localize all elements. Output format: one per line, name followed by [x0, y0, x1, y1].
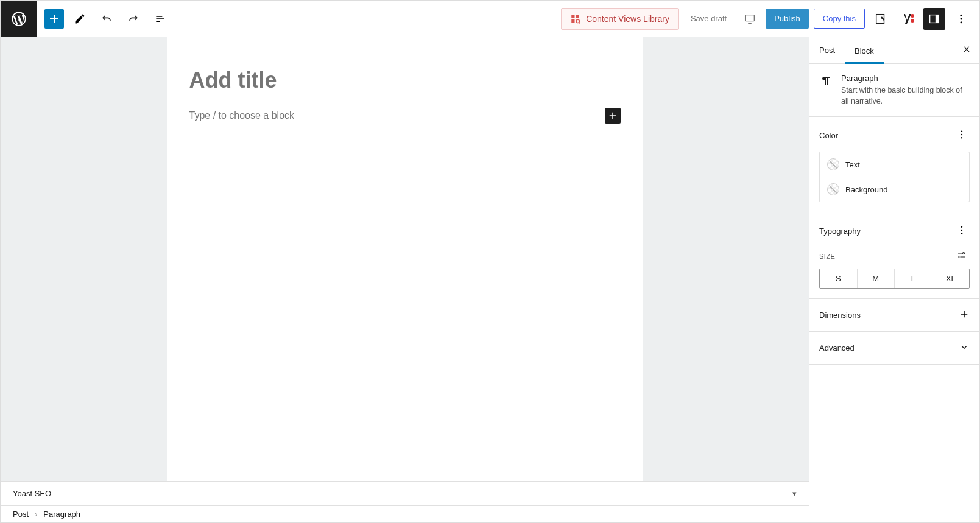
- size-s-button[interactable]: S: [820, 269, 857, 288]
- paragraph-block-placeholder[interactable]: Type / to choose a block: [189, 110, 605, 121]
- more-vertical-icon: [956, 129, 967, 140]
- svg-point-3: [576, 19, 579, 23]
- settings-sidebar-toggle[interactable]: [923, 8, 945, 30]
- preview-button[interactable]: [739, 8, 761, 30]
- svg-point-16: [961, 134, 962, 135]
- color-panel-options[interactable]: [954, 127, 970, 144]
- copy-this-button[interactable]: Copy this: [814, 9, 865, 29]
- grid-search-icon: [570, 13, 581, 24]
- redo-icon: [127, 13, 139, 25]
- svg-point-20: [961, 233, 962, 234]
- more-options-button[interactable]: [950, 8, 972, 30]
- plus-icon: [959, 309, 970, 320]
- color-panel: Color Text Background: [809, 117, 979, 212]
- inline-add-block-button[interactable]: [605, 108, 621, 124]
- dimensions-heading: Dimensions: [819, 311, 861, 320]
- breadcrumb-current[interactable]: Paragraph: [43, 510, 80, 519]
- block-title: Paragraph: [841, 74, 970, 83]
- advanced-panel-toggle[interactable]: Advanced: [809, 332, 979, 365]
- yoast-seo-label: Yoast SEO: [13, 489, 51, 498]
- content-views-library-button[interactable]: Content Views Library: [561, 8, 679, 30]
- block-breadcrumb: Post › Paragraph: [1, 505, 809, 522]
- redo-button[interactable]: [122, 8, 144, 30]
- editor-canvas-wrap: Type / to choose a block: [1, 37, 809, 481]
- edit-mode-button[interactable]: [69, 8, 91, 30]
- yoast-button[interactable]: [897, 8, 918, 30]
- settings-sidebar: Post Block Paragraph Start with the basi…: [809, 37, 979, 522]
- advanced-expand-button[interactable]: [959, 342, 970, 354]
- yoast-seo-panel-toggle[interactable]: Yoast SEO ▾: [1, 481, 809, 505]
- post-title-input[interactable]: [189, 68, 621, 93]
- size-xl-button[interactable]: XL: [932, 269, 970, 288]
- svg-line-4: [579, 23, 580, 24]
- undo-icon: [100, 13, 113, 25]
- sliders-icon: [956, 250, 967, 261]
- block-description-panel: Paragraph Start with the basic building …: [809, 64, 979, 117]
- pencil-icon: [74, 13, 86, 25]
- chevron-down-icon: ▾: [792, 489, 797, 498]
- chevron-down-icon: [959, 342, 970, 353]
- size-l-button[interactable]: L: [894, 269, 932, 288]
- tab-post[interactable]: Post: [809, 37, 845, 63]
- size-m-button[interactable]: M: [857, 269, 895, 288]
- background-color-swatch: [827, 183, 839, 195]
- breadcrumb-root[interactable]: Post: [13, 510, 29, 519]
- font-size-group: S M L XL: [819, 269, 970, 289]
- more-vertical-icon: [956, 225, 967, 236]
- svg-point-19: [961, 230, 962, 231]
- list-view-icon: [154, 13, 166, 25]
- plus-icon: [47, 12, 62, 26]
- sidebar-icon: [928, 12, 941, 26]
- svg-point-13: [961, 18, 962, 19]
- color-text-button[interactable]: Text: [820, 152, 969, 177]
- typography-heading: Typography: [819, 226, 861, 236]
- svg-rect-5: [746, 15, 755, 21]
- close-sidebar-button[interactable]: [954, 39, 979, 62]
- edit-page-icon: [874, 12, 887, 26]
- svg-rect-2: [571, 19, 574, 22]
- block-description: Start with the basic building block of a…: [841, 85, 970, 107]
- color-background-button[interactable]: Background: [820, 177, 969, 202]
- editor-canvas: Type / to choose a block: [167, 37, 643, 481]
- dimensions-add-button[interactable]: [959, 309, 970, 321]
- size-custom-toggle[interactable]: [954, 247, 970, 265]
- chevron-right-icon: ›: [35, 510, 37, 519]
- advanced-heading: Advanced: [819, 343, 855, 353]
- svg-point-14: [961, 21, 962, 23]
- undo-button[interactable]: [96, 8, 118, 30]
- color-text-label: Text: [845, 160, 860, 169]
- editor-tool-button[interactable]: [870, 8, 892, 30]
- tab-block[interactable]: Block: [845, 38, 884, 64]
- publish-button[interactable]: Publish: [766, 9, 809, 29]
- wordpress-logo[interactable]: [1, 1, 37, 37]
- color-heading: Color: [819, 131, 838, 140]
- svg-point-9: [911, 19, 914, 23]
- text-color-swatch: [827, 158, 839, 170]
- add-block-button[interactable]: [44, 9, 64, 29]
- svg-rect-11: [936, 15, 939, 23]
- svg-rect-0: [571, 15, 574, 18]
- yoast-icon: [900, 12, 915, 26]
- typography-panel: Typography SIZE S M L XL: [809, 212, 979, 299]
- wordpress-icon: [10, 10, 27, 27]
- svg-point-18: [961, 226, 962, 228]
- close-icon: [962, 45, 971, 54]
- paragraph-icon: [819, 74, 834, 88]
- top-toolbar: Content Views Library Save draft Publish…: [1, 1, 979, 37]
- svg-point-15: [961, 131, 962, 132]
- document-overview-button[interactable]: [149, 8, 171, 30]
- content-views-label: Content Views Library: [586, 14, 669, 24]
- svg-point-12: [961, 14, 962, 16]
- svg-point-8: [911, 14, 914, 18]
- plus-icon: [607, 110, 618, 121]
- color-background-label: Background: [845, 185, 887, 194]
- svg-point-17: [961, 137, 962, 138]
- typography-panel-options[interactable]: [954, 222, 970, 240]
- save-draft-button[interactable]: Save draft: [683, 9, 734, 28]
- size-label: SIZE: [819, 253, 835, 260]
- dimensions-panel-toggle[interactable]: Dimensions: [809, 299, 979, 332]
- desktop-preview-icon: [743, 12, 756, 26]
- more-vertical-icon: [955, 13, 967, 25]
- svg-rect-1: [576, 15, 579, 18]
